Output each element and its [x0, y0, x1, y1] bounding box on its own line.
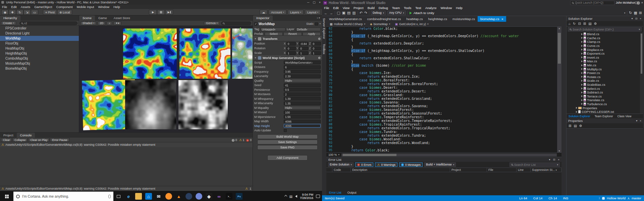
scene-viewport[interactable]: Persp — [79, 26, 253, 132]
close-icon[interactable]: × — [558, 158, 559, 161]
column-header[interactable]: Description — [351, 168, 450, 172]
field-value[interactable]: 1.39 — [284, 97, 321, 100]
scroll-down-icon[interactable]: ▼ — [557, 150, 561, 152]
vs-menu-item[interactable]: File — [322, 6, 331, 10]
code-line[interactable]: 90 case biomes.Tundra: — [326, 130, 557, 134]
scene-tab[interactable]: Scene — [79, 15, 95, 21]
field-value[interactable]: 3.95 — [284, 70, 321, 73]
unity-menu-item[interactable]: Window — [96, 5, 111, 9]
tab-hierarchy[interactable]: Hierarchy — [0, 15, 20, 21]
hierarchy-item[interactable]: FPSController — [0, 26, 79, 31]
hierarchy-item[interactable]: BiomeMapObj — [0, 66, 79, 71]
vs-menu-item[interactable]: Analyze — [423, 6, 439, 10]
expander-icon[interactable] — [581, 80, 583, 82]
save-png-button[interactable]: Save PNG — [257, 145, 318, 150]
maximize-button[interactable]: ▢ — [635, 0, 638, 6]
field-value[interactable]: WorldMapGenerator⊙ — [284, 61, 321, 64]
expander-icon[interactable] — [581, 95, 583, 97]
new-file-icon[interactable]: ▢ — [337, 11, 340, 15]
expander-icon[interactable] — [581, 103, 583, 105]
expander-icon[interactable] — [576, 107, 577, 109]
publish-icon[interactable]: ↑ — [598, 195, 600, 201]
expander-icon[interactable] — [581, 72, 583, 74]
pivot-toggle[interactable]: ◆ Pivot — [43, 10, 57, 15]
axis-value-field[interactable]: 1 — [286, 51, 296, 55]
code-line[interactable]: 74 case biomes.Ice: — [326, 71, 557, 75]
document-tab[interactable]: WorldMapGenerator.cs — [326, 16, 365, 22]
code-line[interactable]: 63 } — [326, 30, 557, 34]
field-value[interactable]: 1.56 — [284, 115, 321, 119]
expander-icon[interactable] — [581, 99, 583, 101]
expander-icon[interactable] — [581, 84, 583, 86]
field-value[interactable]: 100 — [284, 111, 321, 114]
code-line[interactable]: 77 return extendedColors.BorealForest; — [326, 82, 557, 86]
axis-value-field[interactable]: 0 — [312, 42, 321, 46]
configuration-dropdown[interactable]: Debug▾ — [371, 11, 386, 15]
expander-icon[interactable] — [581, 60, 583, 62]
field-value[interactable]: 41 — [284, 83, 321, 87]
field-value[interactable]: High▾ — [284, 79, 321, 82]
step-over-icon[interactable]: ↻ — [629, 11, 632, 15]
hierarchy-item[interactable]: ComboMapObj — [0, 56, 79, 61]
tree-item[interactable]: Properties — [567, 106, 643, 110]
properties-grid[interactable] — [567, 129, 643, 196]
unity-menu-item[interactable]: Component — [54, 5, 75, 9]
expander-icon[interactable] — [581, 49, 583, 51]
tree-item[interactable]: COPYING.LESSER.txt — [567, 110, 643, 114]
script-component-header[interactable]: ▼ World Map Generator (Script) ⚙ — [253, 55, 322, 60]
scene-audio-icon[interactable]: ♪ — [107, 21, 112, 25]
tree-item[interactable]: Clamp.cs — [567, 40, 643, 44]
edge-icon[interactable]: e — [123, 192, 133, 201]
server-explorer-tab[interactable]: Server Explorer — [322, 18, 326, 39]
console-clear-button[interactable]: Clear — [1, 138, 12, 142]
cortana-search-input[interactable]: I'm Cortana. Ask me anything. — [13, 192, 113, 201]
close-icon[interactable]: × — [640, 119, 641, 122]
unity-menu-item[interactable]: Edit — [9, 5, 18, 9]
column-header[interactable]: Line — [517, 168, 531, 172]
pan-tool-icon[interactable]: ◉ — [1, 10, 9, 15]
save-icon[interactable]: ▤ — [347, 11, 351, 15]
home-icon[interactable]: ⌂ — [569, 22, 571, 25]
unity-status-bar[interactable]: ⚠ Assets/UnityVS/Scripts/Editor/Generate… — [0, 186, 253, 191]
code-line[interactable]: 83 return extendedColors.Savanna; — [326, 104, 557, 108]
code-line[interactable]: 93 return extendedColors.Woodland; — [326, 141, 557, 145]
editor-horizontal-scrollbar[interactable] — [341, 153, 557, 156]
member-dropdown[interactable]: ▣GetColor(int x, int y)▾ — [393, 22, 430, 26]
error-list-search-input[interactable]: Search Error List▾ — [509, 162, 560, 167]
code-line[interactable]: 73 { — [326, 67, 557, 71]
discord-icon[interactable] — [194, 192, 204, 201]
save-settings-button[interactable]: Save Settings — [257, 140, 318, 144]
store-icon[interactable]: ⌂ — [144, 192, 154, 201]
scroll-up-icon[interactable]: ▲ — [557, 27, 561, 29]
tag-dropdown[interactable]: Untagged▾ — [261, 27, 285, 31]
hierarchy-item[interactable]: WorldMap — [0, 36, 79, 41]
expander-icon[interactable] — [581, 37, 583, 39]
window-position-icon[interactable]: ▾ — [636, 119, 637, 122]
column-header[interactable]: File — [487, 168, 517, 172]
navigate-back-icon[interactable]: ← — [324, 11, 328, 15]
close-button[interactable]: × — [319, 0, 321, 5]
code-editor[interactable]: 62 return Color.black;63 }64 else if (_h… — [326, 27, 561, 152]
warning-count[interactable]: ⚠ 1 — [239, 138, 245, 142]
scrollbar-thumb[interactable] — [558, 33, 561, 64]
unity-menu-item[interactable]: Assets — [19, 5, 33, 9]
console-tab[interactable]: Console — [17, 133, 35, 138]
code-line[interactable]: 67 } — [326, 45, 557, 49]
2d-toggle[interactable]: 2D — [98, 21, 105, 25]
gameobject-active-checkbox[interactable] — [254, 22, 257, 25]
error-count[interactable]: × 0 — [246, 138, 252, 142]
filter-icon[interactable]: ▾ — [555, 169, 557, 171]
rotate-tool-icon[interactable]: ↻ — [16, 10, 23, 15]
prefab-select-button[interactable]: Select — [265, 32, 283, 36]
minimize-button[interactable]: ─ — [307, 0, 309, 5]
document-tab[interactable]: combinedHeightHeat.cs — [365, 16, 404, 22]
editor-vertical-scrollbar[interactable]: ▲ ▼ — [557, 27, 561, 152]
document-tab[interactable]: heatMap.cs — [404, 16, 425, 22]
categorized-icon[interactable]: ⊞ — [569, 124, 571, 128]
vs-menu-item[interactable]: View — [341, 6, 352, 10]
hierarchy-item[interactable]: Directional Light — [0, 31, 79, 36]
tree-item[interactable]: Invert.cs — [567, 56, 643, 60]
console-error-pause-button[interactable]: Error Pause — [50, 138, 69, 142]
vs-menu-item[interactable]: Project — [352, 6, 366, 10]
tree-item[interactable]: Max.cs — [567, 59, 643, 63]
